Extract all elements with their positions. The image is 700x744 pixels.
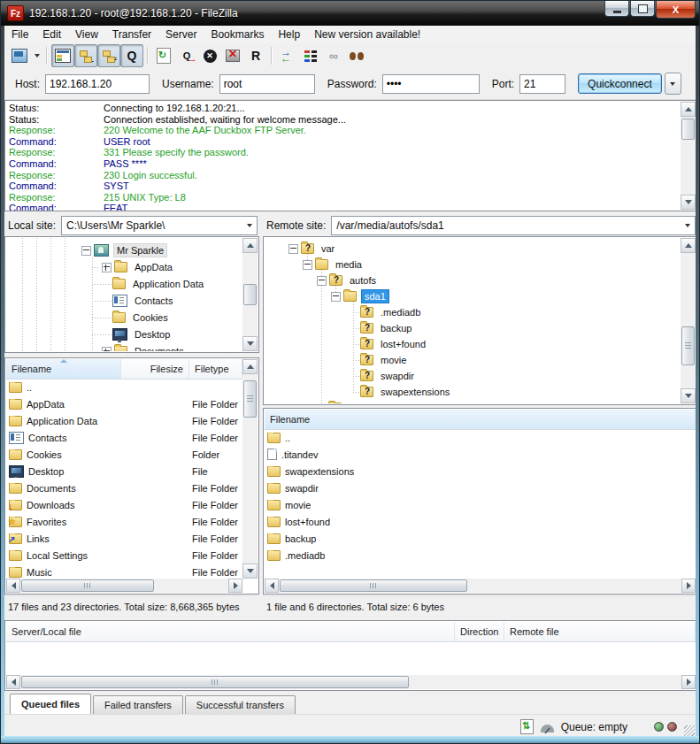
tree-item-contacts[interactable]: Contacts — [132, 295, 175, 307]
toggle-message-log-button[interactable] — [51, 44, 74, 67]
cancel-button[interactable]: ✕ — [198, 44, 221, 67]
log-scrollbar[interactable] — [681, 102, 696, 210]
local-tree-panel[interactable]: Mr Sparkle AppData Application Data Cont… — [4, 236, 259, 353]
synchronized-browsing-button[interactable]: ∞ — [322, 44, 345, 67]
file-row[interactable]: .. — [6, 379, 242, 395]
new-version-notice[interactable]: New version available! — [307, 27, 427, 42]
titlebar[interactable]: Fz 192.168.1.20 - root@192.168.1.20 - Fi… — [1, 1, 700, 26]
column-server-local-file[interactable]: Server/Local file — [6, 622, 455, 641]
tree-item-mr-sparkle[interactable]: Mr Sparkle — [113, 243, 167, 257]
scrollbar-thumb[interactable] — [243, 380, 257, 418]
port-input[interactable] — [519, 74, 565, 94]
file-row[interactable]: AppDataFile Folder — [6, 395, 242, 412]
remote-tree-panel[interactable]: var media autofs sda1 .mediadb — [263, 236, 697, 405]
scroll-up-icon[interactable] — [242, 359, 258, 374]
tree-item-desktop[interactable]: Desktop — [132, 328, 173, 341]
tree-item-media[interactable]: media — [333, 258, 365, 271]
file-row[interactable]: swapdir — [265, 479, 696, 496]
toggle-remote-tree-button[interactable]: F — [97, 44, 120, 67]
tree-item-autofs[interactable]: autofs — [347, 274, 379, 287]
host-input[interactable] — [45, 74, 150, 94]
file-row[interactable]: Application DataFile Folder — [6, 412, 242, 429]
collapse-icon[interactable] — [317, 276, 327, 286]
menu-transfer[interactable]: Transfer — [105, 27, 158, 42]
column-filesize[interactable]: Filesize — [121, 359, 189, 379]
column-filename[interactable]: Filename — [6, 359, 121, 379]
file-row[interactable]: .titandev — [265, 446, 696, 463]
scroll-up-icon[interactable] — [242, 238, 258, 253]
tree-item-var[interactable]: var — [319, 242, 337, 255]
tree-item-dvd[interactable]: dvd — [346, 402, 367, 403]
scroll-left-icon[interactable] — [265, 579, 279, 593]
scroll-right-icon[interactable] — [228, 579, 242, 593]
scroll-up-icon[interactable] — [681, 238, 696, 253]
file-row[interactable]: ContactsFile Folder — [6, 429, 242, 446]
remote-file-list-panel[interactable]: Filename .. .titandev swapextensions swa… — [263, 408, 697, 594]
scroll-down-icon[interactable] — [681, 388, 696, 403]
column-remote-file[interactable]: Remote file — [504, 622, 696, 641]
scrollbar-thumb[interactable] — [681, 119, 695, 140]
menu-bookmarks[interactable]: Bookmarks — [204, 27, 271, 42]
menu-server[interactable]: Server — [158, 27, 204, 42]
local-list-scrollbar[interactable] — [242, 359, 258, 579]
refresh-button[interactable] — [152, 44, 175, 67]
toggle-local-tree-button[interactable]: L — [74, 44, 97, 67]
local-tree-scrollbar[interactable] — [242, 238, 258, 351]
tab-successful-transfers[interactable]: Successful transfers — [185, 695, 296, 714]
file-row[interactable]: swapextensions — [265, 463, 696, 479]
collapse-icon[interactable] — [331, 292, 341, 302]
username-input[interactable] — [219, 74, 315, 94]
tree-item-mediadb[interactable]: .mediadb — [378, 306, 423, 318]
column-direction[interactable]: Direction — [455, 622, 504, 641]
tree-item-movie[interactable]: movie — [378, 354, 409, 366]
toggle-queue-button[interactable]: Q — [120, 44, 143, 67]
file-row[interactable]: MusicFile Folder — [6, 564, 242, 579]
message-log[interactable]: Status:Connecting to 192.168.1.20:21... … — [4, 100, 697, 211]
local-site-combo[interactable]: C:\Users\Mr Sparkle\ — [61, 216, 258, 235]
tree-item-documents[interactable]: Documents — [132, 345, 187, 351]
remote-list-hscrollbar[interactable] — [265, 579, 696, 593]
menu-edit[interactable]: Edit — [35, 27, 68, 42]
scrollbar-thumb[interactable] — [21, 579, 154, 592]
quickconnect-dropdown[interactable] — [665, 73, 681, 95]
file-row[interactable]: .. — [265, 429, 696, 446]
quickconnect-button[interactable]: Quickconnect — [578, 73, 662, 94]
scrollbar-thumb[interactable] — [243, 284, 257, 305]
scrollbar-thumb[interactable] — [21, 676, 409, 688]
find-files-button[interactable] — [345, 44, 368, 67]
scroll-right-icon[interactable] — [681, 675, 696, 689]
file-row[interactable]: DownloadsFile Folder — [6, 496, 242, 513]
column-filename[interactable]: Filename — [265, 410, 696, 429]
expand-icon[interactable] — [102, 347, 112, 352]
local-list-hscrollbar[interactable] — [6, 579, 242, 593]
collapse-icon[interactable] — [81, 246, 91, 256]
resize-grip[interactable] — [684, 725, 695, 736]
tab-queued-files[interactable]: Queued files — [10, 694, 91, 714]
tree-item-appdata[interactable]: AppData — [132, 261, 175, 273]
file-row[interactable]: movie — [265, 496, 696, 513]
column-filetype[interactable]: Filetype — [189, 359, 242, 379]
file-row[interactable]: lost+found — [265, 513, 696, 530]
file-row[interactable]: Local SettingsFile Folder — [6, 547, 242, 564]
file-row[interactable]: .mediadb — [265, 547, 696, 564]
minimize-button[interactable] — [604, 1, 629, 17]
scroll-left-icon[interactable] — [6, 675, 20, 689]
maximize-button[interactable] — [630, 1, 655, 17]
file-row[interactable]: CookiesFolder — [6, 446, 242, 463]
scroll-down-icon[interactable] — [681, 195, 696, 210]
password-input[interactable] — [382, 74, 480, 94]
site-manager-dropdown[interactable] — [31, 46, 42, 65]
expand-icon[interactable] — [102, 263, 112, 272]
close-button[interactable]: X — [656, 1, 696, 19]
file-row[interactable]: LinksFile Folder — [6, 530, 242, 547]
queue-hscrollbar[interactable] — [6, 675, 696, 689]
tree-item-application-data[interactable]: Application Data — [130, 278, 206, 290]
tree-item-lost-found[interactable]: lost+found — [378, 338, 428, 350]
reconnect-button[interactable]: R — [244, 44, 267, 67]
menu-file[interactable]: File — [4, 27, 35, 42]
transfer-queue-panel[interactable]: Server/Local file Direction Remote file — [4, 620, 697, 691]
disconnect-button[interactable] — [221, 44, 244, 67]
scroll-up-icon[interactable] — [681, 102, 696, 117]
tree-item-sda1-selected[interactable]: sda1 — [361, 289, 389, 303]
file-row[interactable]: DesktopFile — [6, 463, 242, 479]
